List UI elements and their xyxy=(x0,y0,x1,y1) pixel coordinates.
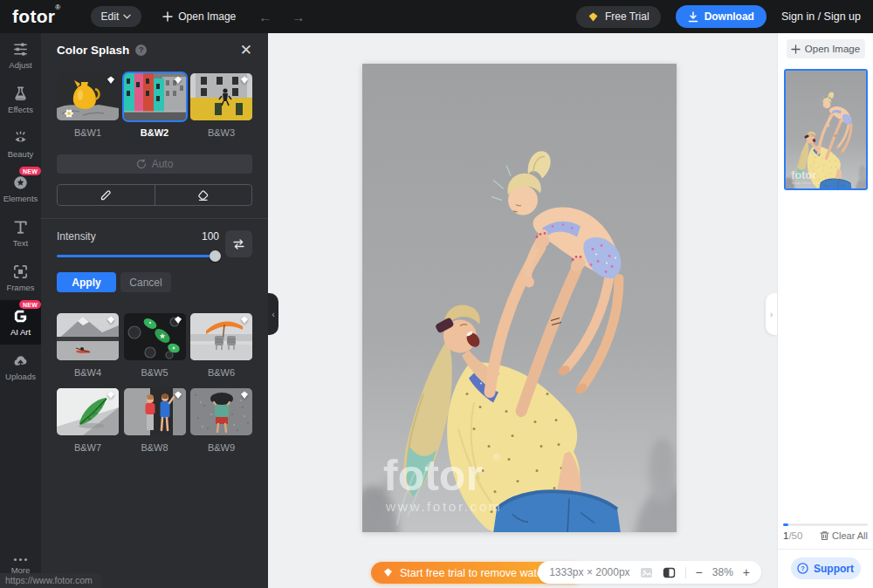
auto-refresh-icon xyxy=(136,159,147,169)
sidebar-item-label: Text xyxy=(13,238,28,248)
edit-menu-label: Edit xyxy=(101,10,120,23)
cancel-button[interactable]: Cancel xyxy=(120,272,171,292)
preset-label: B&W7 xyxy=(74,442,101,453)
preset-bw4[interactable]: B&W4 xyxy=(57,313,119,378)
free-trial-button[interactable]: Free Trial xyxy=(576,6,661,28)
trash-icon xyxy=(820,530,829,541)
preset-bw8[interactable]: B&W8 xyxy=(124,388,186,453)
free-trial-label: Free Trial xyxy=(605,10,650,23)
frame-icon xyxy=(12,263,29,280)
photo-image xyxy=(362,64,677,532)
collapse-panel-tab[interactable]: ‹ xyxy=(268,293,278,335)
panel-title: Color Splash xyxy=(57,44,129,57)
brush-eraser-toolbar xyxy=(57,184,252,206)
swap-arrows-icon xyxy=(232,239,245,250)
preset-label: B&W2 xyxy=(141,127,168,138)
sidebar-item-effects[interactable]: Effects xyxy=(0,78,41,122)
compare-swap-button[interactable] xyxy=(225,230,252,257)
download-button[interactable]: Download xyxy=(676,5,766,28)
preset-bw7[interactable]: B&W7 xyxy=(57,388,119,453)
sidebar-item-frames[interactable]: Frames xyxy=(0,256,41,300)
flask-icon xyxy=(12,85,29,102)
support-button[interactable]: ? Support xyxy=(791,557,861,579)
intensity-label: Intensity xyxy=(57,230,96,243)
sidebar-item-uploads[interactable]: Uploads xyxy=(0,345,41,389)
intensity-value: 100 xyxy=(202,230,219,243)
top-bar: fotor® Edit Open Image ← → Free Trial Do… xyxy=(0,0,873,33)
history-thumbnail-image xyxy=(786,71,866,188)
intensity-slider[interactable] xyxy=(57,255,219,257)
gem-icon xyxy=(240,316,249,325)
sidebar-item-text[interactable]: Text xyxy=(0,211,41,256)
plus-icon xyxy=(791,44,801,54)
preset-bw2[interactable]: B&W2 xyxy=(124,73,186,138)
preset-label: B&W6 xyxy=(208,367,235,378)
gem-icon xyxy=(107,76,115,85)
sidebar-item-beauty[interactable]: Beauty xyxy=(0,122,41,167)
clear-all-button[interactable]: Clear All xyxy=(820,530,868,541)
fotor-logo[interactable]: fotor® xyxy=(12,6,61,27)
tool-sidebar: Adjust Effects Beauty NEW Elements Text … xyxy=(0,33,41,588)
brush-icon xyxy=(100,189,112,202)
sidebar-item-elements[interactable]: NEW Elements xyxy=(0,167,41,211)
preset-label: B&W4 xyxy=(74,367,101,378)
preset-bw9[interactable]: B&W9 xyxy=(190,388,252,453)
sidebar-item-label: Elements xyxy=(3,194,38,203)
new-badge: NEW xyxy=(19,167,41,175)
eraser-tool-button[interactable] xyxy=(155,185,252,205)
sidebar-item-label: Frames xyxy=(6,283,34,292)
preset-label: B&W9 xyxy=(208,442,235,453)
preset-label: B&W8 xyxy=(141,442,168,453)
apply-button[interactable]: Apply xyxy=(57,272,116,292)
help-icon[interactable]: ? xyxy=(135,44,147,56)
gem-icon xyxy=(240,391,249,400)
history-quota-progress xyxy=(783,523,868,526)
redo-arrow-icon[interactable]: → xyxy=(292,10,305,24)
preset-label: B&W5 xyxy=(141,367,168,378)
sliders-icon xyxy=(12,41,29,58)
canvas-photo[interactable] xyxy=(362,64,677,532)
zoom-out-button[interactable]: − xyxy=(696,566,703,578)
preset-label: B&W1 xyxy=(74,127,101,138)
history-thumbnail-selected[interactable] xyxy=(784,69,868,190)
auto-button[interactable]: Auto xyxy=(57,154,252,174)
open-image-side-label: Open Image xyxy=(805,44,860,54)
brush-tool-button[interactable] xyxy=(58,185,155,205)
edit-menu-button[interactable]: Edit xyxy=(91,6,142,27)
intensity-slider-thumb[interactable] xyxy=(210,250,221,262)
undo-arrow-icon[interactable]: ← xyxy=(258,10,272,24)
gem-icon xyxy=(174,76,182,85)
preset-bw5[interactable]: B&W5 xyxy=(124,313,186,378)
sign-in-link[interactable]: Sign in / Sign up xyxy=(781,10,861,23)
preset-bw3[interactable]: B&W3 xyxy=(190,73,252,138)
download-icon xyxy=(688,11,698,23)
preset-grid-bottom: B&W4 B&W5 B&W6 B&W7 xyxy=(57,313,252,463)
goart-icon xyxy=(12,308,29,325)
zoom-in-button[interactable]: + xyxy=(743,566,750,578)
preset-bw6[interactable]: B&W6 xyxy=(190,313,252,378)
open-image-button[interactable]: Open Image xyxy=(162,10,236,23)
image-preview-icon[interactable] xyxy=(640,567,653,578)
eraser-icon xyxy=(196,189,210,202)
sidebar-item-ai-art[interactable]: NEW AI Art xyxy=(0,300,41,345)
sidebar-item-label: Beauty xyxy=(8,149,34,159)
sidebar-item-label: Uploads xyxy=(5,372,36,381)
color-splash-panel: Color Splash ? ✕ B&W1 B&W2 B&W3 xyxy=(41,33,268,588)
gem-icon xyxy=(240,76,249,85)
sidebar-item-label: AI Art xyxy=(10,327,31,337)
clear-all-label: Clear All xyxy=(832,530,868,541)
sidebar-item-adjust[interactable]: Adjust xyxy=(0,33,41,78)
star-badge-icon xyxy=(12,174,29,191)
preset-bw1[interactable]: B&W1 xyxy=(57,73,119,138)
preset-label: B&W3 xyxy=(208,127,235,138)
close-icon[interactable]: ✕ xyxy=(240,43,252,58)
expand-history-tab[interactable]: › xyxy=(766,293,777,335)
history-counter-total: /50 xyxy=(788,530,802,541)
support-label: Support xyxy=(814,563,854,575)
zoom-level: 38% xyxy=(712,566,733,578)
compare-before-after-icon[interactable] xyxy=(663,567,676,578)
editor-canvas[interactable]: ‹ › Start free trial to remove watermark… xyxy=(268,33,777,588)
link-preview-statusbar: https://www.fotor.com xyxy=(0,573,101,588)
open-image-side-button[interactable]: Open Image xyxy=(787,39,865,58)
auto-button-label: Auto xyxy=(152,158,174,170)
